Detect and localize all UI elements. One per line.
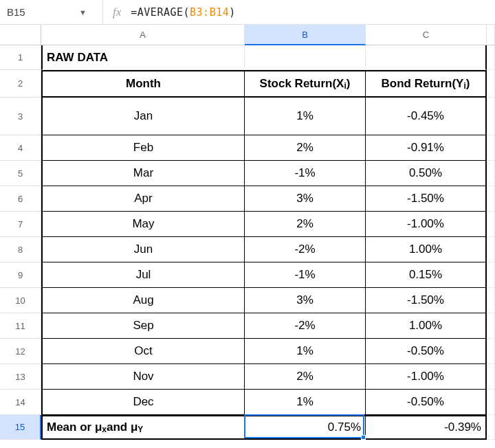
cell-stock-11[interactable]: -2% (245, 313, 366, 339)
cell-stock-6[interactable]: 3% (245, 186, 366, 212)
cell-c1[interactable] (366, 45, 487, 70)
cell-b1[interactable] (245, 45, 366, 70)
cell-month-aug[interactable]: Aug (41, 288, 245, 313)
row-header-7[interactable]: 7 (0, 212, 41, 237)
cell-stock-3[interactable]: 1% (245, 98, 366, 135)
cell-month-jul[interactable]: Jul (41, 262, 245, 288)
row-header-6[interactable]: 6 (0, 186, 41, 212)
cell-month-mar[interactable]: Mar (41, 161, 245, 186)
row-header-1[interactable]: 1 (0, 45, 41, 70)
cell-bond-4[interactable]: -0.91% (366, 135, 487, 161)
cell-bond-14[interactable]: -0.50% (366, 390, 487, 415)
row-header-8[interactable]: 8 (0, 237, 41, 262)
row-header-2[interactable]: 2 (0, 70, 41, 98)
cell-month-may[interactable]: May (41, 212, 245, 237)
cell-bond-6[interactable]: -1.50% (366, 186, 487, 212)
chevron-down-icon[interactable]: ▼ (79, 8, 87, 16)
cell-stock-10[interactable]: 3% (245, 288, 366, 313)
spreadsheet-grid[interactable]: ABC1RAW DATA2MonthStock Return(Xi )Bond … (0, 25, 495, 440)
fx-icon[interactable]: fx (103, 5, 131, 19)
cell-reference: B15 (7, 6, 41, 18)
row-header-9[interactable]: 9 (0, 262, 41, 288)
row-header-5[interactable]: 5 (0, 161, 41, 186)
formula-bar: B15 ▼ fx =AVERAGE(B3:B14) (0, 0, 495, 25)
cell-a1[interactable]: RAW DATA (41, 45, 245, 70)
name-box[interactable]: B15 ▼ (0, 0, 103, 24)
select-all-corner[interactable] (0, 25, 41, 45)
header-bond-return[interactable]: Bond Return(Yi) (366, 70, 487, 98)
column-header-c[interactable]: C (366, 25, 487, 45)
row-header-13[interactable]: 13 (0, 364, 41, 390)
cell-c15[interactable]: -0.39% (366, 415, 487, 440)
row-header-10[interactable]: 10 (0, 288, 41, 313)
cell-month-oct[interactable]: Oct (41, 339, 245, 364)
cell-month-jun[interactable]: Jun (41, 237, 245, 262)
row-header-12[interactable]: 12 (0, 339, 41, 364)
row-header-14[interactable]: 14 (0, 390, 41, 415)
cell-stock-4[interactable]: 2% (245, 135, 366, 161)
cell-stock-5[interactable]: -1% (245, 161, 366, 186)
cell-month-apr[interactable]: Apr (41, 186, 245, 212)
formula-input[interactable]: =AVERAGE(B3:B14) (131, 6, 236, 19)
cell-month-sep[interactable]: Sep (41, 313, 245, 339)
cell-bond-13[interactable]: -1.00% (366, 364, 487, 390)
row-header-15[interactable]: 15 (0, 415, 41, 440)
cell-bond-11[interactable]: 1.00% (366, 313, 487, 339)
cell-bond-3[interactable]: -0.45% (366, 98, 487, 135)
cell-month-jan[interactable]: Jan (41, 98, 245, 135)
row-header-3[interactable]: 3 (0, 98, 41, 135)
cell-bond-8[interactable]: 1.00% (366, 237, 487, 262)
column-header-b[interactable]: B (245, 25, 366, 45)
cell-month-feb[interactable]: Feb (41, 135, 245, 161)
header-stock-return[interactable]: Stock Return(Xi ) (245, 70, 366, 98)
cell-stock-7[interactable]: 2% (245, 212, 366, 237)
header-month[interactable]: Month (41, 70, 245, 98)
formula-range: B3:B14 (190, 6, 229, 19)
row-header-4[interactable]: 4 (0, 135, 41, 161)
row-header-11[interactable]: 11 (0, 313, 41, 339)
cell-stock-9[interactable]: -1% (245, 262, 366, 288)
cell-stock-12[interactable]: 1% (245, 339, 366, 364)
cell-bond-12[interactable]: -0.50% (366, 339, 487, 364)
column-header-stub (487, 25, 495, 45)
cell-bond-5[interactable]: 0.50% (366, 161, 487, 186)
cell-bond-7[interactable]: -1.00% (366, 212, 487, 237)
cell-b15[interactable]: 0.75% (245, 415, 366, 440)
cell-mean-label[interactable]: Mean or μx and μY (41, 415, 245, 440)
cell-month-nov[interactable]: Nov (41, 364, 245, 390)
cell-stock-14[interactable]: 1% (245, 390, 366, 415)
formula-function: =AVERAGE (131, 6, 183, 19)
cell-bond-10[interactable]: -1.50% (366, 288, 487, 313)
cell-month-dec[interactable]: Dec (41, 390, 245, 415)
cell-stock-13[interactable]: 2% (245, 364, 366, 390)
cell-bond-9[interactable]: 0.15% (366, 262, 487, 288)
column-header-a[interactable]: A (41, 25, 245, 45)
cell-stock-8[interactable]: -2% (245, 237, 366, 262)
